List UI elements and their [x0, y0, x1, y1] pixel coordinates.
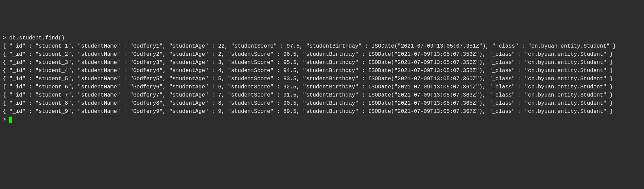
output-record: { "_id" : "student_2", "studentName" : "…	[3, 50, 641, 58]
records-container: { "_id" : "student_1", "studentName" : "…	[3, 42, 641, 116]
prompt-symbol: >	[3, 35, 6, 41]
command-text: db.student.find()	[9, 35, 65, 41]
output-record: { "_id" : "student_3", "studentName" : "…	[3, 58, 641, 67]
output-record: { "_id" : "student_4", "studentName" : "…	[3, 67, 641, 75]
output-record: { "_id" : "student_6", "studentName" : "…	[3, 83, 641, 91]
prompt-ready: >	[3, 116, 641, 124]
output-record: { "_id" : "student_7", "studentName" : "…	[3, 91, 641, 99]
command-line: > db.student.find()	[3, 34, 641, 42]
output-record: { "_id" : "student_9", "studentName" : "…	[3, 107, 641, 116]
terminal-output[interactable]: > db.student.find(){ "_id" : "student_1"…	[3, 34, 641, 124]
output-record: { "_id" : "student_1", "studentName" : "…	[3, 42, 641, 50]
output-record: { "_id" : "student_5", "studentName" : "…	[3, 75, 641, 83]
prompt-symbol: >	[3, 117, 6, 123]
cursor-icon	[9, 117, 12, 123]
output-record: { "_id" : "student_8", "studentName" : "…	[3, 99, 641, 107]
